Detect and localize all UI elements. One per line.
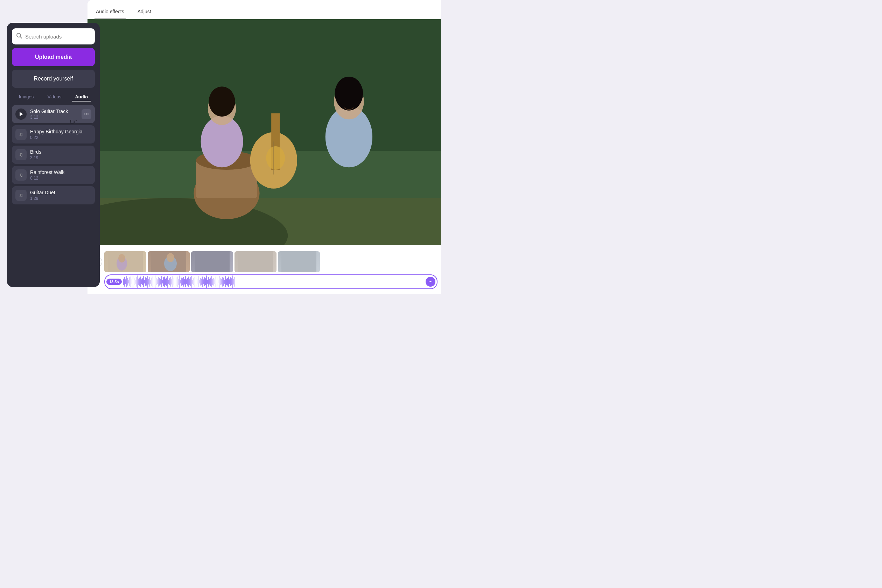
- wave-bar: [214, 279, 215, 284]
- wave-bar: [230, 277, 231, 286]
- audio-item-3[interactable]: ♫ Birds 3:19: [12, 146, 95, 164]
- search-input[interactable]: [25, 34, 92, 39]
- svg-rect-24: [238, 251, 273, 272]
- wave-bar: [226, 279, 227, 285]
- tab-videos[interactable]: Videos: [45, 93, 64, 102]
- audio-name-5: Guitar Duet: [30, 190, 92, 195]
- music-note-icon-3: ♫: [15, 149, 27, 160]
- search-bar: [12, 28, 95, 45]
- upload-media-button[interactable]: Upload media: [12, 48, 95, 66]
- wave-bar: [201, 279, 202, 285]
- svg-point-19: [118, 254, 125, 262]
- audio-info-2: Happy Birthday Georgia 0:22: [30, 129, 92, 140]
- video-thumbnails: [104, 251, 438, 272]
- thumb-scene-4: [234, 251, 276, 272]
- wave-bar: [181, 278, 182, 286]
- music-note-icon-4: ♫: [15, 170, 27, 181]
- editor-panel: Audio effects Adjust: [87, 0, 441, 294]
- thumb-4: [234, 251, 276, 272]
- timeline-strip: [87, 251, 441, 272]
- wave-bar: [141, 279, 142, 284]
- audio-duration-3: 3:19: [30, 155, 92, 160]
- svg-point-9: [208, 87, 235, 117]
- audio-more-button-1[interactable]: ···: [81, 109, 92, 119]
- play-triangle-icon: [20, 112, 23, 116]
- wave-bar: [150, 280, 151, 284]
- audio-item-1[interactable]: Solo Guitar Track 3:12 ··· ☞: [12, 105, 95, 123]
- wave-bar: [143, 276, 144, 287]
- audio-info-3: Birds 3:19: [30, 149, 92, 160]
- wave-bar: [228, 276, 229, 287]
- audio-item-4[interactable]: ♫ Rainforest Walk 0:12: [12, 166, 95, 184]
- wave-bar: [199, 280, 200, 284]
- wave-bar: [232, 276, 233, 288]
- wave-bar: [138, 279, 139, 285]
- music-note-icon-5: ♫: [15, 190, 27, 201]
- wave-bar: [221, 279, 222, 285]
- media-tabs: Images Videos Audio: [12, 93, 95, 102]
- wave-bar: [204, 277, 205, 286]
- wave-bar: [159, 278, 160, 286]
- wave-bar: [231, 278, 232, 285]
- play-button-1[interactable]: [15, 108, 27, 120]
- wave-bar: [160, 279, 160, 285]
- audio-item-2[interactable]: ♫ Happy Birthday Georgia 0:22: [12, 125, 95, 144]
- svg-rect-23: [195, 251, 230, 272]
- wave-bar: [213, 278, 214, 286]
- audio-track-timeline[interactable]: 13.5s: [104, 274, 438, 289]
- wave-bar: [125, 279, 126, 284]
- audio-name-3: Birds: [30, 149, 92, 155]
- wave-bar: [194, 278, 194, 285]
- wave-bar: [155, 276, 155, 288]
- wave-bar: [148, 279, 149, 285]
- wave-bar: [137, 276, 138, 288]
- wave-bar: [136, 277, 136, 286]
- audio-info-5: Guitar Duet 1:29: [30, 190, 92, 201]
- wave-bar: [123, 279, 124, 285]
- wave-bar: [163, 277, 164, 286]
- wave-bar: [234, 279, 234, 285]
- wave-bar: [168, 280, 169, 284]
- wave-bar: [213, 279, 213, 285]
- wave-bar: [174, 278, 174, 286]
- wave-bar: [227, 278, 228, 286]
- wave-bar: [171, 279, 172, 285]
- audio-duration-5: 1:29: [30, 196, 92, 201]
- wave-bar: [135, 280, 135, 284]
- wave-bar: [184, 279, 185, 285]
- thumb-scene-1: [104, 251, 146, 272]
- audio-name-1: Solo Guitar Track: [30, 108, 78, 114]
- wave-bar: [124, 277, 125, 286]
- wave-bar: [128, 278, 128, 286]
- wave-bar: [210, 278, 211, 286]
- wave-bar: [158, 277, 159, 286]
- svg-point-16: [335, 76, 363, 111]
- wave-bar: [186, 279, 187, 284]
- audio-duration-4: 0:12: [30, 176, 92, 181]
- wave-bar: [203, 279, 204, 284]
- wave-bar: [165, 279, 166, 285]
- audio-duration-2: 0:22: [30, 135, 92, 140]
- wave-bar: [126, 276, 127, 287]
- wave-bar: [200, 278, 201, 286]
- record-yourself-button[interactable]: Record yourself: [12, 70, 95, 88]
- tab-adjust[interactable]: Adjust: [136, 4, 153, 19]
- wave-bar: [212, 276, 212, 287]
- wave-bar: [161, 276, 162, 287]
- wave-bar: [162, 280, 163, 284]
- wave-bar: [188, 276, 189, 287]
- waveform: [122, 275, 426, 288]
- wave-bar: [171, 277, 171, 286]
- wave-bar: [218, 280, 218, 284]
- editor-tabs: Audio effects Adjust: [87, 0, 441, 19]
- music-note-icon-2: ♫: [15, 129, 27, 140]
- wave-bar: [198, 276, 198, 287]
- wave-bar: [164, 276, 165, 287]
- audio-track-more-button[interactable]: ···: [426, 277, 435, 286]
- tab-images[interactable]: Images: [16, 93, 37, 102]
- audio-timestamp: 13.5s: [106, 279, 122, 285]
- tab-audio-effects[interactable]: Audio effects: [94, 4, 126, 19]
- search-icon: [16, 33, 22, 40]
- audio-item-5[interactable]: ♫ Guitar Duet 1:29: [12, 186, 95, 204]
- tab-audio[interactable]: Audio: [72, 93, 91, 102]
